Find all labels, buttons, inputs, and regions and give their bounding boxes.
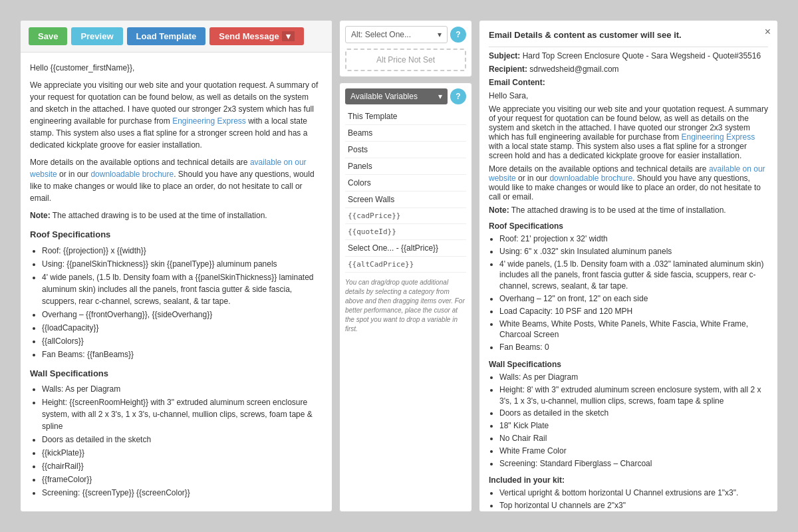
brochure-link[interactable]: downloadable brochure	[90, 170, 174, 179]
alt-help-button[interactable]: ?	[450, 27, 466, 43]
alt-price-box: Alt Price Not Set	[345, 49, 466, 71]
list-item: Vertical upright & bottom horizontal U C…	[499, 487, 768, 499]
preview-brochure-link[interactable]: downloadable brochure	[549, 174, 632, 183]
list-item: {{allColors}}	[42, 335, 323, 347]
subject-label: Subject:	[489, 51, 520, 61]
toolbar: Save Preview Load Template Send Message …	[21, 21, 332, 53]
variables-header: Available Variables ▾ ?	[345, 88, 466, 104]
preview-greeting: Hello Sara,	[489, 91, 768, 100]
wall-list: Walls: As per Diagram Height: {{screenRo…	[30, 383, 323, 499]
send-message-caret[interactable]: ▾	[282, 31, 295, 41]
engineering-express-link[interactable]: Engineering Express	[172, 116, 246, 126]
variable-item[interactable]: {{quoteId}}	[345, 224, 466, 240]
preview-engineering-link[interactable]: Engineering Express	[682, 132, 755, 142]
chevron-down-icon: ▾	[438, 92, 442, 101]
list-item: Roof: 21' projection x 32' width	[499, 233, 768, 245]
variable-item[interactable]: Beams	[345, 125, 466, 142]
recipient-field: Recipient: sdrwedsheid@gmail.com	[489, 65, 768, 74]
variables-box: Available Variables ▾ ? This Template Be…	[339, 82, 472, 512]
preview-roof-title: Roof Specifications	[489, 221, 768, 231]
save-button[interactable]: Save	[29, 27, 67, 45]
preview-kit-title: Included in your kit:	[489, 475, 768, 485]
send-message-button[interactable]: Send Message ▾	[209, 27, 303, 45]
variable-item[interactable]: Panels	[345, 158, 466, 175]
variables-label: Available Variables	[350, 92, 418, 101]
variable-item[interactable]: Select One... - {{altPrice}}	[345, 240, 466, 257]
content-label-field: Email Content:	[489, 78, 768, 87]
roof-list: Roof: {{projection}} x {{width}} Using: …	[30, 245, 323, 360]
list-item: Walls: As per Diagram	[499, 372, 768, 383]
list-item: Fan Beams: 0	[499, 342, 768, 353]
list-item: Using: {{panelSkinThickness}} skin {{pan…	[42, 258, 323, 270]
note-text: Note: The attached drawing is to be used…	[30, 209, 323, 221]
list-item: {{frameColor}}	[42, 473, 323, 485]
preview-kit-list: Vertical upright & bottom horizontal U C…	[489, 487, 768, 512]
load-template-button[interactable]: Load Template	[127, 27, 206, 45]
list-item: Screening: {{screenType}} {{screenColor}…	[42, 487, 323, 499]
list-item: Height: 8' with 3" extruded aluminum scr…	[499, 384, 768, 407]
send-message-label: Send Message	[219, 31, 279, 41]
wall-title: Wall Specifications	[30, 367, 323, 380]
variable-item[interactable]: Screen Walls	[345, 192, 466, 208]
list-item: 18" Kick Plate	[499, 420, 768, 432]
alt-select-value: Alt: Select One...	[351, 30, 411, 39]
list-item: Top horizontal U channels are 2"x3"	[499, 500, 768, 511]
list-item: {{loadCapacity}}	[42, 322, 323, 334]
subject-field: Subject: Hard Top Screen Enclosure Quote…	[489, 51, 768, 61]
recipient-label: Recipient:	[489, 65, 527, 74]
list-item: Using: 6" x .032" skin Insulated aluminu…	[499, 246, 768, 257]
subject-text: Hard Top Screen Enclosure Quote - Sara W…	[523, 51, 761, 61]
list-item: {{kickPlate}}	[42, 447, 323, 459]
alt-select-box: Alt: Select One... ▾ ? Alt Price Not Set	[339, 20, 472, 77]
email-preview-panel: × Email Details & content as customer wi…	[479, 20, 778, 512]
alt-select-row: Alt: Select One... ▾ ?	[345, 26, 466, 43]
available-variables-button[interactable]: Available Variables ▾	[345, 88, 448, 104]
list-item: Doors as detailed in the sketch	[499, 408, 768, 419]
preview-wall-title: Wall Specifications	[489, 360, 768, 369]
list-item: {{chairRail}}	[42, 460, 323, 472]
preview-roof-list: Roof: 21' projection x 32' width Using: …	[489, 233, 768, 353]
preview-note: Note: The attached drawing is to be used…	[489, 205, 768, 215]
list-item: White Beams, White Posts, White Panels, …	[499, 319, 768, 341]
list-item: Roof: {{projection}} x {{width}}	[42, 245, 323, 257]
list-item: Load Capacity: 10 PSF and 120 MPH	[499, 306, 768, 317]
list-item: 4' wide panels, (1.5 lb. Density foam wi…	[42, 271, 323, 307]
left-editor-panel: Save Preview Load Template Send Message …	[20, 20, 332, 512]
list-item: No Chair Rail	[499, 433, 768, 444]
close-button[interactable]: ×	[765, 26, 771, 38]
list-item: Walls: As per Diagram	[42, 383, 323, 395]
variable-item[interactable]: {{altCadPrice}}	[345, 257, 466, 273]
variable-item[interactable]: Colors	[345, 175, 466, 192]
list-item: Screening: Standard Fiberglass – Charcoa…	[499, 458, 768, 469]
email-editor[interactable]: Hello {{customer_firstName}}, We appreci…	[21, 53, 332, 511]
list-item: Height: {{screenRoomHeight}} with 3" ext…	[42, 396, 323, 432]
variable-item[interactable]: {{cadPrice}}	[345, 208, 466, 224]
list-item: Overhang – {{frontOverhang}}, {{sideOver…	[42, 309, 323, 321]
para1-text: We appreciate you visiting our web site …	[30, 79, 323, 151]
variable-item[interactable]: Posts	[345, 142, 466, 158]
para2-text: More details on the available options an…	[30, 156, 323, 204]
greeting-text: Hello {{customer_firstName}},	[30, 62, 323, 74]
alt-select-dropdown[interactable]: Alt: Select One... ▾	[345, 26, 448, 43]
preview-para1: We appreciate you visiting our web site …	[489, 104, 768, 160]
roof-title: Roof Specifications	[30, 228, 323, 241]
list-item: White Frame Color	[499, 446, 768, 457]
divider	[489, 47, 768, 47]
list-item: Overhang – 12" on front, 12" on each sid…	[499, 293, 768, 305]
middle-panel: Alt: Select One... ▾ ? Alt Price Not Set…	[339, 20, 472, 512]
variables-hint: You can drag/drop quote additional detai…	[345, 278, 466, 334]
variable-item[interactable]: This Template	[345, 108, 466, 125]
recipient-text: sdrwedsheid@gmail.com	[529, 65, 618, 74]
preview-wall-list: Walls: As per Diagram Height: 8' with 3"…	[489, 372, 768, 469]
preview-para2: More details on the available options an…	[489, 164, 768, 201]
content-label: Email Content:	[489, 78, 545, 87]
preview-button[interactable]: Preview	[71, 27, 122, 45]
chevron-down-icon: ▾	[438, 30, 442, 39]
variables-help-button[interactable]: ?	[450, 88, 466, 104]
list-item: Doors as detailed in the sketch	[42, 434, 323, 446]
list-item: 4' wide panels, (1.5 lb. Density foam wi…	[499, 259, 768, 292]
list-item: Fan Beams: {{fanBeams}}	[42, 348, 323, 360]
email-preview-title: Email Details & content as customer will…	[489, 30, 768, 40]
